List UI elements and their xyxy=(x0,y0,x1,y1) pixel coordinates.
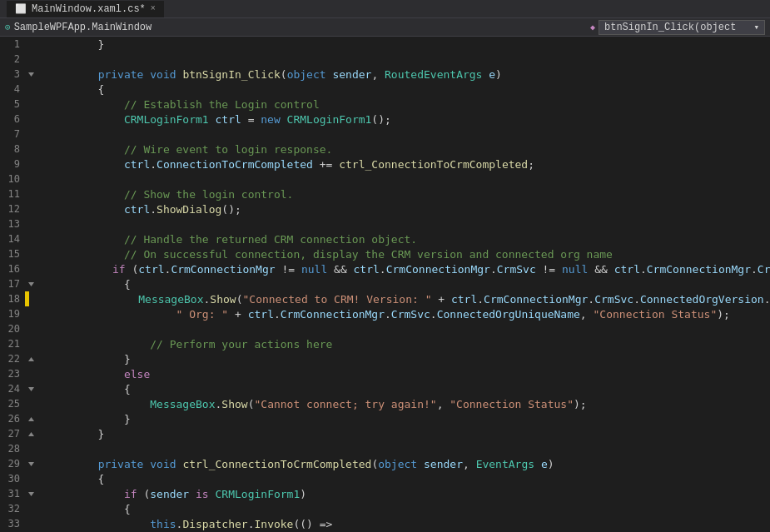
code-token: ( xyxy=(281,68,287,81)
code-token: . xyxy=(274,308,281,321)
code-text xyxy=(41,127,46,142)
editor-line: 12 ctrl.ShowDialog(); xyxy=(0,201,770,216)
fold-icon[interactable] xyxy=(25,351,37,366)
code-token: " Org: " xyxy=(176,308,229,321)
code-token: e xyxy=(541,458,548,470)
fold-icon[interactable] xyxy=(25,426,37,441)
editor-line: 31 if (sender is CRMLoginForm1) xyxy=(0,486,770,501)
code-token: + xyxy=(431,293,450,306)
svg-marker-2 xyxy=(28,357,34,361)
fold-icon xyxy=(25,127,37,142)
line-number: 16 xyxy=(0,261,25,276)
code-text: { xyxy=(41,501,131,516)
fold-icon xyxy=(25,336,37,351)
code-token: ) xyxy=(495,68,502,81)
fold-icon xyxy=(25,82,37,97)
code-text: else xyxy=(41,366,150,381)
fold-icon[interactable] xyxy=(25,276,37,291)
code-token xyxy=(326,68,333,81)
title-tab[interactable]: ⬜ MainWindow.xaml.cs* × xyxy=(7,1,164,17)
code-token: else xyxy=(46,368,150,380)
code-token: ( xyxy=(371,458,378,470)
code-text: ctrl.ShowDialog(); xyxy=(41,201,241,216)
line-number: 9 xyxy=(0,157,25,172)
editor-line: 3 private void btnSignIn_Click(object se… xyxy=(0,67,770,82)
code-text: MessageBox.Show("Cannot connect; try aga… xyxy=(41,396,587,411)
tab-close-button[interactable]: × xyxy=(151,4,156,13)
method-dropdown[interactable]: btnSignIn_Click(object ▾ xyxy=(599,20,765,35)
code-text xyxy=(41,52,46,67)
code-token: // Wire event to login response. xyxy=(46,143,332,156)
code-text: { xyxy=(41,276,131,291)
code-text: // Establish the Login control xyxy=(41,97,320,112)
line-number: 8 xyxy=(0,142,25,157)
code-token: ConnectionToCrmCompleted xyxy=(156,158,313,171)
code-token: "Connection Status" xyxy=(594,308,718,321)
code-text: } xyxy=(41,37,104,52)
code-token: ) xyxy=(548,458,554,470)
code-token: . xyxy=(165,263,171,276)
code-token: ctrl xyxy=(451,293,477,306)
code-token: { xyxy=(46,473,104,485)
editor-line: 6 CRMLoginForm1 ctrl = new CRMLoginForm1… xyxy=(0,112,770,127)
code-text: // Handle the returned CRM connection ob… xyxy=(41,231,417,246)
code-token xyxy=(534,458,541,470)
fold-icon[interactable] xyxy=(25,67,37,82)
code-text: private void ctrl_ConnectionToCrmComplet… xyxy=(41,456,554,471)
fold-icon[interactable] xyxy=(25,411,37,426)
code-token: != xyxy=(536,263,562,276)
editor-line: 20 xyxy=(0,321,770,336)
svg-marker-3 xyxy=(28,387,34,391)
line-number: 27 xyxy=(0,426,25,441)
line-number: 4 xyxy=(0,82,25,97)
tab-label: MainWindow.xaml.cs* xyxy=(32,3,146,15)
code-token: . xyxy=(150,158,156,171)
editor-line: 29 private void ctrl_ConnectionToCrmComp… xyxy=(0,456,770,471)
code-area[interactable]: 1 }23 private void btnSignIn_Click(objec… xyxy=(0,37,770,532)
code-text: if (sender is CRMLoginForm1) xyxy=(41,486,306,501)
fold-icon[interactable] xyxy=(25,456,37,471)
code-text xyxy=(41,441,46,456)
fold-icon xyxy=(25,142,37,157)
code-text: // Show the login control. xyxy=(41,186,293,201)
code-token: ); xyxy=(574,398,587,410)
fold-icon[interactable] xyxy=(25,381,37,396)
fold-icon xyxy=(25,321,37,336)
fold-icon[interactable] xyxy=(25,486,37,501)
fold-icon xyxy=(25,306,37,321)
editor-line: 22 } xyxy=(0,351,770,366)
line-number: 20 xyxy=(0,321,25,336)
fold-icon xyxy=(25,441,37,456)
line-number: 5 xyxy=(0,97,25,112)
svg-marker-0 xyxy=(28,72,34,77)
code-token xyxy=(46,68,98,81)
nav-breadcrumb-area: ⊙ SampleWPFApp.MainWindow xyxy=(5,22,587,33)
code-text: // Perform your actions here xyxy=(41,336,332,351)
editor-line: 24 { xyxy=(0,381,770,396)
code-token: // Show the login control. xyxy=(46,188,293,201)
code-token: . xyxy=(764,293,770,306)
svg-marker-6 xyxy=(28,462,34,466)
code-token: { xyxy=(46,383,131,395)
code-token: private xyxy=(98,458,144,470)
svg-marker-7 xyxy=(28,492,34,496)
code-token: . xyxy=(588,293,594,306)
code-token: CRMLoginForm1 xyxy=(216,488,301,500)
code-token: Dispatcher xyxy=(182,518,247,530)
code-token: . xyxy=(490,263,497,276)
editor-line: 25 MessageBox.Show("Cannot connect; try … xyxy=(0,396,770,411)
line-number: 26 xyxy=(0,411,25,426)
svg-marker-4 xyxy=(28,417,34,421)
nav-right-dropdown[interactable]: ◆ btnSignIn_Click(object ▾ xyxy=(590,20,765,35)
editor-line: 17 { xyxy=(0,276,770,291)
code-token: . xyxy=(477,293,484,306)
code-token: null xyxy=(562,263,588,276)
code-token xyxy=(46,458,98,470)
code-token: void xyxy=(150,458,176,470)
code-token: "Connection Status" xyxy=(450,398,574,410)
code-token: , xyxy=(580,308,594,321)
code-token: CrmConnectionMgr xyxy=(171,263,275,276)
code-token: ctrl_ConnectionToCrmCompleted xyxy=(339,158,528,171)
editor-line: 23 else xyxy=(0,366,770,381)
editor-line: 2 xyxy=(0,52,770,67)
